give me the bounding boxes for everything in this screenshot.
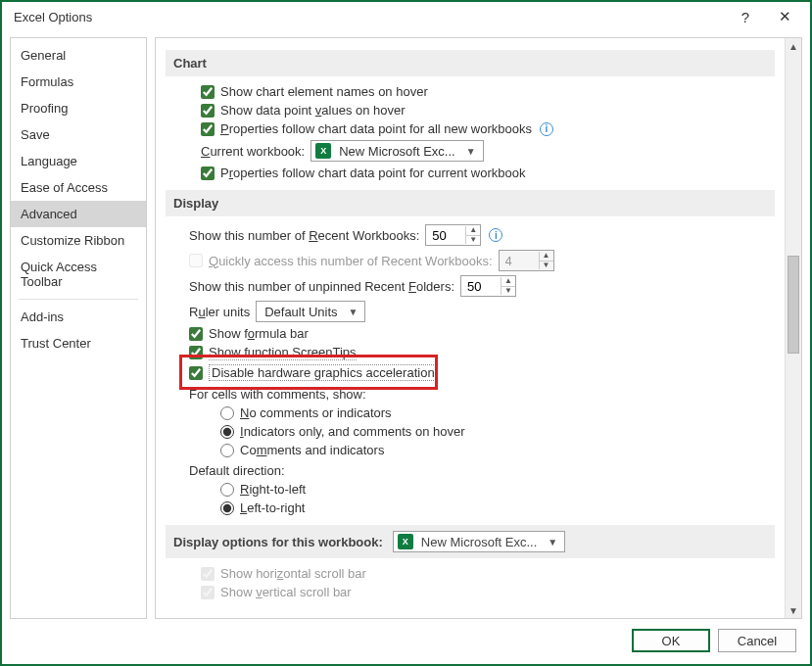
help-button[interactable]: ? xyxy=(726,3,765,30)
spinner-recent-workbooks[interactable]: ▲▼ xyxy=(425,224,481,246)
sidebar-item-formulas[interactable]: Formulas xyxy=(11,69,146,95)
section-header-display: Display xyxy=(166,190,775,216)
row-recent-workbooks: Show this number of Recent Workbooks: ▲▼… xyxy=(189,224,775,246)
dropdown-display-workbook-label: New Microsoft Exc... xyxy=(417,535,541,549)
chk-vertical-scroll[interactable] xyxy=(201,586,215,599)
opt-dir-ltr[interactable]: Left-to-right xyxy=(220,500,775,515)
cancel-button[interactable]: Cancel xyxy=(718,629,796,652)
lbl-comments-header: For cells with comments, show: xyxy=(189,387,775,402)
spinner-recent-folders-input[interactable] xyxy=(461,277,501,296)
radio-dir-rtl[interactable] xyxy=(220,483,234,497)
sidebar-item-general[interactable]: General xyxy=(11,42,146,69)
sidebar: General Formulas Proofing Save Language … xyxy=(10,37,147,619)
excel-icon: X xyxy=(398,534,413,549)
sidebar-item-ease-of-access[interactable]: Ease of Access xyxy=(11,174,146,201)
lbl: No comments or indicators xyxy=(240,405,392,420)
opt-properties-current-workbook[interactable]: Properties follow chart data point for c… xyxy=(201,166,775,180)
dialog-footer: OK Cancel xyxy=(2,621,810,664)
chk-disable-hardware-graphics[interactable] xyxy=(189,366,203,380)
dropdown-ruler-units[interactable]: Default Units ▼ xyxy=(256,301,365,322)
chk-show-formula-bar[interactable] xyxy=(189,327,203,341)
opt-comments-indicators[interactable]: Indicators only, and comments on hover xyxy=(220,424,775,439)
chk-quick-access-recent[interactable] xyxy=(189,254,203,267)
lbl: Indicators only, and comments on hover xyxy=(240,424,465,439)
dropdown-current-workbook-label: New Microsoft Exc... xyxy=(335,144,458,159)
lbl: Show chart element names on hover xyxy=(220,84,428,99)
row-quick-access-recent: Quickly access this number of Recent Wor… xyxy=(189,250,775,271)
content-scrollbar[interactable]: ▲ ▼ xyxy=(785,38,801,618)
spin-down-icon: ▼ xyxy=(540,261,553,269)
spin-up-icon[interactable]: ▲ xyxy=(502,277,515,286)
lbl: Show function ScreenTips xyxy=(209,345,357,360)
opt-horizontal-scroll: Show horizontal scroll bar xyxy=(201,566,775,581)
opt-show-data-point-values[interactable]: Show data point values on hover xyxy=(201,103,775,118)
radio-comments-indicators[interactable] xyxy=(220,425,234,439)
sidebar-item-language[interactable]: Language xyxy=(11,148,146,174)
opt-vertical-scroll: Show vertical scroll bar xyxy=(201,585,775,599)
titlebar: Excel Options ? ✕ xyxy=(2,2,810,31)
chk-show-chart-element-names[interactable] xyxy=(201,85,215,99)
content-panel: Chart Show chart element names on hover … xyxy=(155,37,802,619)
lbl: Properties follow chart data point for a… xyxy=(220,121,532,136)
scroll-down-icon[interactable]: ▼ xyxy=(786,602,801,618)
chk-show-data-point-values[interactable] xyxy=(201,104,215,118)
opt-dir-rtl[interactable]: Right-to-left xyxy=(220,482,775,497)
sidebar-item-customize-ribbon[interactable]: Customize Ribbon xyxy=(11,227,146,254)
opt-comments-none[interactable]: No comments or indicators xyxy=(220,405,775,420)
opt-show-formula-bar[interactable]: Show formula bar xyxy=(189,326,775,341)
opt-comments-both[interactable]: Comments and indicators xyxy=(220,443,775,457)
spin-down-icon[interactable]: ▼ xyxy=(466,235,480,244)
chk-properties-all[interactable] xyxy=(201,122,215,136)
spinner-quick-access: ▲▼ xyxy=(499,250,554,271)
opt-properties-all-workbooks[interactable]: Properties follow chart data point for a… xyxy=(201,121,775,136)
sidebar-item-trust-center[interactable]: Trust Center xyxy=(11,330,146,357)
lbl-recent-workbooks: Show this number of Recent Workbooks: xyxy=(189,228,419,243)
spin-up-icon: ▲ xyxy=(540,252,553,261)
lbl: Show vertical scroll bar xyxy=(220,585,352,599)
scroll-track[interactable] xyxy=(786,54,801,602)
lbl: Comments and indicators xyxy=(240,443,384,457)
opt-show-screentips[interactable]: Show function ScreenTips xyxy=(189,345,775,360)
radio-comments-none[interactable] xyxy=(220,406,234,420)
close-button[interactable]: ✕ xyxy=(765,3,804,30)
sidebar-item-proofing[interactable]: Proofing xyxy=(11,95,146,121)
lbl-current-workbook: Current workbook: xyxy=(201,144,305,159)
lbl-ruler-units: Ruler units xyxy=(189,305,250,319)
spinner-recent-folders[interactable]: ▲▼ xyxy=(460,275,516,297)
lbl: Properties follow chart data point for c… xyxy=(220,166,525,180)
excel-icon: X xyxy=(315,143,331,159)
sidebar-item-save[interactable]: Save xyxy=(11,121,146,148)
sidebar-item-advanced[interactable]: Advanced xyxy=(11,201,146,227)
opt-disable-hardware-graphics[interactable]: Disable hardware graphics acceleration xyxy=(189,364,775,381)
lbl: Left-to-right xyxy=(240,500,305,515)
info-icon[interactable]: i xyxy=(540,122,553,136)
chk-show-screentips[interactable] xyxy=(189,346,203,359)
spin-down-icon[interactable]: ▼ xyxy=(502,286,515,295)
lbl: Show formula bar xyxy=(209,326,309,341)
scroll-up-icon[interactable]: ▲ xyxy=(786,38,801,54)
chk-horizontal-scroll[interactable] xyxy=(201,567,215,581)
chk-properties-current[interactable] xyxy=(201,166,215,180)
section-header-display-workbook: Display options for this workbook: X New… xyxy=(166,525,775,558)
radio-dir-ltr[interactable] xyxy=(220,501,234,515)
ok-button[interactable]: OK xyxy=(632,629,710,652)
row-ruler-units: Ruler units Default Units ▼ xyxy=(189,301,775,322)
row-current-workbook: Current workbook: X New Microsoft Exc...… xyxy=(201,140,775,162)
scroll-thumb[interactable] xyxy=(788,256,799,354)
chevron-down-icon: ▼ xyxy=(545,537,560,547)
sidebar-item-add-ins[interactable]: Add-ins xyxy=(11,304,146,330)
lbl: Right-to-left xyxy=(240,482,306,497)
spin-up-icon[interactable]: ▲ xyxy=(466,226,480,235)
lbl: Quickly access this number of Recent Wor… xyxy=(209,254,493,268)
sidebar-item-quick-access-toolbar[interactable]: Quick Access Toolbar xyxy=(11,254,146,295)
dropdown-current-workbook[interactable]: X New Microsoft Exc... ▼ xyxy=(310,140,483,162)
info-icon[interactable]: i xyxy=(489,228,502,242)
opt-show-chart-element-names[interactable]: Show chart element names on hover xyxy=(201,84,775,99)
section-header-display-workbook-label: Display options for this workbook: xyxy=(173,535,383,549)
dropdown-display-workbook[interactable]: X New Microsoft Exc... ▼ xyxy=(393,531,565,552)
radio-comments-both[interactable] xyxy=(220,444,234,457)
row-recent-folders: Show this number of unpinned Recent Fold… xyxy=(189,275,775,297)
spinner-recent-workbooks-input[interactable] xyxy=(426,226,465,245)
dropdown-ruler-units-label: Default Units xyxy=(261,305,341,319)
dialog-title: Excel Options xyxy=(8,10,726,24)
